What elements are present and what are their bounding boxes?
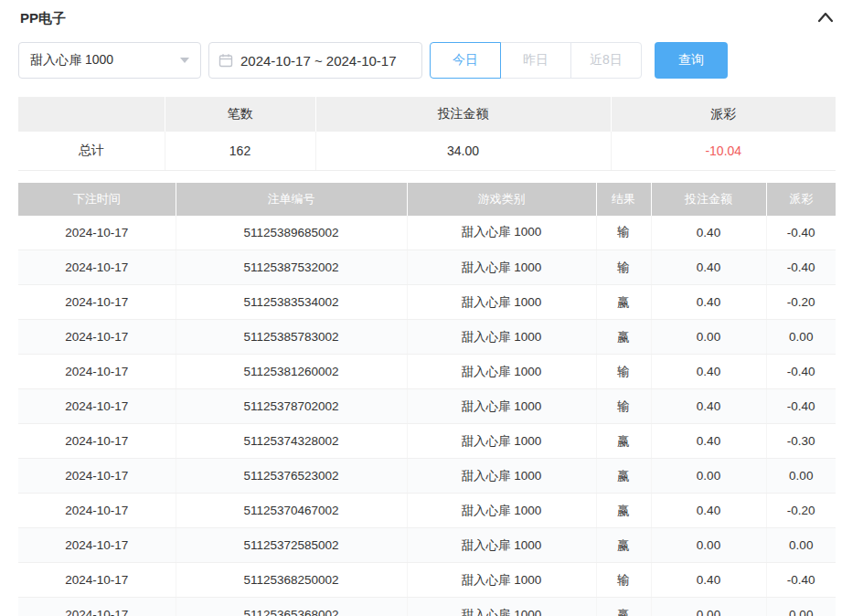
cell-payout: -0.40 xyxy=(766,563,836,598)
cell-payout: -0.40 xyxy=(766,389,836,424)
cell-order-number: 51125368250002 xyxy=(176,563,407,598)
filter-toolbar: 甜入心扉 1000 2024-10-17 ~ 2024-10-17 今日 昨日 … xyxy=(18,42,836,79)
summary-header-row: 笔数 投注金额 派彩 xyxy=(18,97,836,132)
query-button[interactable]: 查询 xyxy=(655,42,728,79)
table-row: 2024-10-17 51125368250002 甜入心扉 1000 输 0.… xyxy=(18,563,836,598)
cell-bet-time: 2024-10-17 xyxy=(18,389,176,424)
cell-order-number: 51125385783002 xyxy=(176,320,407,355)
cell-bet-amount: 0.40 xyxy=(651,250,766,285)
calendar-icon xyxy=(218,53,233,68)
cell-result: 赢 xyxy=(596,494,651,528)
cell-bet-time: 2024-10-17 xyxy=(18,598,176,616)
summary-total-count: 162 xyxy=(165,132,315,170)
summary-header-empty xyxy=(18,97,165,132)
cell-result: 赢 xyxy=(596,459,651,494)
cell-order-number: 51125378702002 xyxy=(176,389,407,424)
cell-result: 输 xyxy=(596,563,651,598)
cell-game-category: 甜入心扉 1000 xyxy=(407,216,596,250)
cell-result: 输 xyxy=(596,389,651,424)
cell-bet-amount: 0.40 xyxy=(651,216,766,250)
cell-bet-time: 2024-10-17 xyxy=(18,216,176,250)
cell-bet-amount: 0.40 xyxy=(651,563,766,598)
cell-payout: -0.20 xyxy=(766,494,836,528)
records-header-bet: 投注金额 xyxy=(651,183,766,216)
cell-order-number: 51125381260002 xyxy=(176,355,407,389)
collapse-button[interactable] xyxy=(815,10,836,27)
cell-bet-amount: 0.00 xyxy=(651,320,766,355)
cell-payout: -0.40 xyxy=(766,355,836,389)
cell-game-category: 甜入心扉 1000 xyxy=(407,528,596,563)
cell-payout: -0.20 xyxy=(766,285,836,320)
cell-order-number: 51125370467002 xyxy=(176,494,407,528)
cell-bet-amount: 0.40 xyxy=(651,494,766,528)
cell-payout: 0.00 xyxy=(766,459,836,494)
records-header-result: 结果 xyxy=(596,183,651,216)
cell-order-number: 51125383534002 xyxy=(176,285,407,320)
cell-bet-time: 2024-10-17 xyxy=(18,459,176,494)
today-button[interactable]: 今日 xyxy=(430,42,501,79)
cell-bet-amount: 0.40 xyxy=(651,355,766,389)
cell-payout: 0.00 xyxy=(766,320,836,355)
date-range-input[interactable]: 2024-10-17 ~ 2024-10-17 xyxy=(208,42,422,79)
cell-bet-time: 2024-10-17 xyxy=(18,424,176,459)
summary-total-bet: 34.00 xyxy=(315,132,611,170)
cell-bet-amount: 0.40 xyxy=(651,424,766,459)
panel-header: PP电子 xyxy=(0,0,863,37)
cell-bet-amount: 0.00 xyxy=(651,528,766,563)
cell-game-category: 甜入心扉 1000 xyxy=(407,459,596,494)
table-row: 2024-10-17 51125374328002 甜入心扉 1000 赢 0.… xyxy=(18,424,836,459)
summary-header-count: 笔数 xyxy=(165,97,315,132)
cell-order-number: 51125372585002 xyxy=(176,528,407,563)
cell-order-number: 51125374328002 xyxy=(176,424,407,459)
cell-bet-amount: 0.40 xyxy=(651,285,766,320)
cell-game-category: 甜入心扉 1000 xyxy=(407,563,596,598)
cell-result: 赢 xyxy=(596,424,651,459)
game-select[interactable]: 甜入心扉 1000 xyxy=(18,42,201,79)
summary-header-payout: 派彩 xyxy=(611,97,836,132)
cell-bet-time: 2024-10-17 xyxy=(18,528,176,563)
cell-order-number: 51125376523002 xyxy=(176,459,407,494)
quick-date-button-group: 今日 昨日 近8日 xyxy=(430,42,642,79)
cell-result: 赢 xyxy=(596,528,651,563)
summary-total-payout: -10.04 xyxy=(611,132,836,170)
table-row: 2024-10-17 51125387532002 甜入心扉 1000 输 0.… xyxy=(18,250,836,285)
last-8-days-button[interactable]: 近8日 xyxy=(570,42,642,79)
cell-order-number: 51125389685002 xyxy=(176,216,407,250)
cell-bet-amount: 0.00 xyxy=(651,598,766,616)
cell-result: 赢 xyxy=(596,320,651,355)
chevron-up-icon xyxy=(817,12,834,26)
cell-payout: 0.00 xyxy=(766,598,836,616)
cell-game-category: 甜入心扉 1000 xyxy=(407,424,596,459)
cell-payout: -0.30 xyxy=(766,424,836,459)
records-header-time: 下注时间 xyxy=(18,183,176,216)
cell-result: 输 xyxy=(596,216,651,250)
records-table: 下注时间 注单编号 游戏类别 结果 投注金额 派彩 2024-10-17 511… xyxy=(18,183,836,616)
cell-bet-amount: 0.00 xyxy=(651,459,766,494)
table-row: 2024-10-17 51125372585002 甜入心扉 1000 赢 0.… xyxy=(18,528,836,563)
table-row: 2024-10-17 51125378702002 甜入心扉 1000 输 0.… xyxy=(18,389,836,424)
cell-bet-time: 2024-10-17 xyxy=(18,563,176,598)
cell-bet-time: 2024-10-17 xyxy=(18,355,176,389)
cell-result: 赢 xyxy=(596,285,651,320)
cell-bet-time: 2024-10-17 xyxy=(18,494,176,528)
cell-bet-time: 2024-10-17 xyxy=(18,285,176,320)
cell-game-category: 甜入心扉 1000 xyxy=(407,250,596,285)
yesterday-button[interactable]: 昨日 xyxy=(500,42,571,79)
records-header-game: 游戏类别 xyxy=(407,183,596,216)
cell-game-category: 甜入心扉 1000 xyxy=(407,285,596,320)
table-row: 2024-10-17 51125376523002 甜入心扉 1000 赢 0.… xyxy=(18,459,836,494)
table-row: 2024-10-17 51125365368002 甜入心扉 1000 赢 0.… xyxy=(18,598,836,616)
game-select-value: 甜入心扉 1000 xyxy=(30,52,113,69)
cell-game-category: 甜入心扉 1000 xyxy=(407,598,596,616)
cell-bet-amount: 0.40 xyxy=(651,389,766,424)
cell-result: 输 xyxy=(596,250,651,285)
cell-game-category: 甜入心扉 1000 xyxy=(407,389,596,424)
cell-result: 输 xyxy=(596,355,651,389)
cell-order-number: 51125387532002 xyxy=(176,250,407,285)
cell-bet-time: 2024-10-17 xyxy=(18,320,176,355)
cell-order-number: 51125365368002 xyxy=(176,598,407,616)
cell-game-category: 甜入心扉 1000 xyxy=(407,320,596,355)
records-header-row: 下注时间 注单编号 游戏类别 结果 投注金额 派彩 xyxy=(18,183,836,216)
records-header-order: 注单编号 xyxy=(176,183,407,216)
cell-payout: 0.00 xyxy=(766,528,836,563)
